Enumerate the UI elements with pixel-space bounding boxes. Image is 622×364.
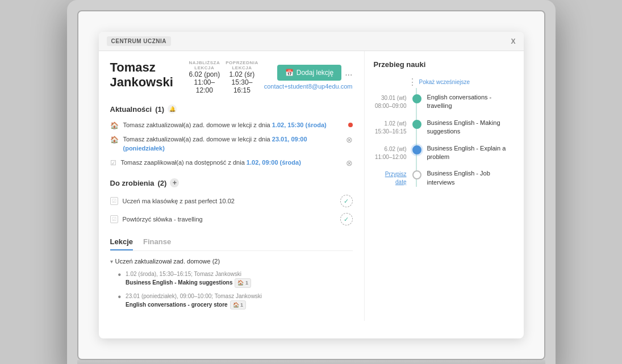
notif-text-2: Tomasz zaktualizował(a) zad. domowe w le… [123,135,341,153]
add-lesson-button[interactable]: 📅 Dodaj lekcję [277,65,341,81]
tab-finanse[interactable]: Finanse [143,237,171,250]
lock-badge-2: 🏠 1 [230,300,247,310]
todo-checkbox-2[interactable]: ☑ [110,215,118,223]
timeline-date-2: 1.02 (wt) 15:30–16:15 [374,119,407,136]
collapse-arrow[interactable]: ▾ [110,258,113,265]
aktualnosci-title: Aktualności [110,105,152,114]
student-email[interactable]: contact+student8@up4edu.com [264,83,353,90]
student-name: Tomasz Jankowski [110,60,189,90]
home-icon: 🏠 [110,122,119,129]
timeline-date-1: 30.01 (wt) 08:00–09:00 [374,93,407,110]
next-lesson-meta: NAJBLIŻSZALEKCJA 6.02 (pon) 11:00–12:00 [189,60,220,94]
poprzednia-date: 1.02 (śr) [226,70,258,78]
bullet-icon-1: • [118,270,122,279]
timeline-dot-2 [412,120,421,129]
todo-item-1: ☑ Uczeń ma klasówkę z past perfect 10.02… [110,192,353,210]
timeline-item-2: 1.02 (wt) 15:30–16:15 Business English -… [374,119,515,136]
add-todo-icon[interactable]: + [170,178,179,187]
timeline-content-2: Business English - Making suggestions [427,119,515,136]
notif-text-3: Tomasz zaaplikował(a) na dostępność z dn… [121,158,341,167]
timeline-item-1: 30.01 (wt) 08:00–09:00 English conversat… [374,93,515,111]
notif-red-dot [348,123,353,127]
lesson-name-1: Business English - Making suggestions [126,279,232,287]
notif-link-1[interactable]: 1.02, 15:30 (środa) [272,122,327,128]
timeline-title-3: Business English - Explain a problem [427,145,506,160]
dismiss-icon-1[interactable]: ⊗ [346,135,353,144]
more-options-button[interactable]: ... [345,68,352,78]
add-lesson-label: Dodaj lekcję [297,69,333,77]
home-icon-2: 🏠 [110,136,119,144]
lesson-entry-content-1: 1.02 (środa), 15:30–16:15; Tomasz Jankow… [126,270,251,288]
poprzednia-label: POPRZEDNIALEKCJA [226,60,258,70]
timeline-content-4: Business English - Job interviews [427,169,515,187]
notification-item: 🏠 Tomasz zaktualizował(a) zad. domowe w … [110,118,353,132]
timeline-content-1: English conversations - travelling [427,93,515,111]
close-button[interactable]: X [511,37,515,45]
poprzednia-time: 15:30–16:15 [226,78,258,94]
timeline-dot-3 [412,145,421,154]
notification-item: 🏠 Tomasz zaktualizował(a) zad. domowe w … [110,132,353,156]
todo-complete-2[interactable]: ✓ [340,213,353,225]
tab-lekcje[interactable]: Lekcje [110,237,133,250]
bullet-icon-2: • [118,292,122,302]
show-earlier-dots: ⋮ [408,77,417,87]
assign-date-link[interactable]: Przypisz datę [385,171,407,185]
aktualnosci-section-title: Aktualności (1) 🔔 [110,104,353,114]
timeline-dot-1 [412,94,421,103]
right-panel: Przebieg nauki ⋮ Pokaż wcześniejsze [365,51,524,321]
timeline-date-3: 6.02 (wt) 11:00–12:00 [374,144,407,161]
todo-section: Do zrobienia (2) + ☑ Uczeń ma klasówkę z… [110,178,353,228]
notification-item: ☑ Tomasz zaaplikował(a) na dostępność z … [110,156,353,170]
najblisza-date: 6.02 (pon) [189,70,220,78]
check-icon: ☑ [110,159,116,167]
najblisza-label: NAJBLIŻSZALEKCJA [189,60,220,70]
lessons-list: ▾ Uczeń zaktualizował zad. domowe (2) • … [110,258,353,312]
timeline-dot-4 [412,170,421,179]
lesson-name-2: English conversations - grocery store [126,301,228,309]
todo-text-1: Uczeń ma klasówkę z past perfect 10.02 [123,198,235,204]
timeline-item-3: 6.02 (wt) 11:00–12:00 Business English -… [374,144,515,162]
timeline-content-3: Business English - Explain a problem [427,144,515,162]
todo-checkbox-1[interactable]: ☑ [110,197,118,205]
najblisza-time: 11:00–12:00 [189,78,220,94]
todo-section-title: Do zrobienia (2) + [110,178,353,187]
lesson-date-2: 23.01 (poniedziałek), 09:00–10:00; Tomas… [126,292,262,300]
todo-title: Do zrobienia [110,179,155,187]
lessons-group-title: ▾ Uczeń zaktualizował zad. domowe (2) [110,258,353,265]
aktualnosci-list: 🏠 Tomasz zaktualizował(a) zad. domowe w … [110,118,353,170]
notif-text-1: Tomasz zaktualizował(a) zad. domowe w le… [123,121,344,129]
lesson-title-2: English conversations - grocery store 🏠 … [126,300,262,310]
notif-link-3[interactable]: 1.02, 09:00 (środa) [247,159,301,166]
title-bar: CENTRUM UCZNIA X [99,32,524,51]
aktualnosci-count: (1) [155,105,164,114]
lesson-date-1: 1.02 (środa), 15:30–16:15; Tomasz Jankow… [126,270,251,278]
lesson-entry-content-2: 23.01 (poniedziałek), 09:00–10:00; Tomas… [126,292,262,310]
todo-item-2: ☑ Powtórzyć słówka - travelling ✓ [110,210,353,228]
timeline-item-4: Przypisz datę Business English - Job int… [374,169,515,187]
todo-complete-1[interactable]: ✓ [340,195,353,207]
lesson-entry-1: • 1.02 (środa), 15:30–16:15; Tomasz Jank… [110,268,353,290]
todo-text-2: Powtórzyć słówka - travelling [123,216,203,223]
show-earlier-label[interactable]: Pokaż wcześniejsze [419,79,470,85]
header-buttons: 📅 Dodaj lekcję ... contact+student8@up4e… [264,65,353,90]
timeline-title-4: Business English - Job interviews [427,170,490,185]
lesson-entry-2: • 23.01 (poniedziałek), 09:00–10:00; Tom… [110,290,353,312]
timeline-title-2: Business English - Making suggestions [427,119,500,135]
header-actions: NAJBLIŻSZALEKCJA 6.02 (pon) 11:00–12:00 … [189,60,352,94]
show-earlier-button[interactable]: ⋮ Pokaż wcześniejsze [374,77,515,87]
przebieg-title: Przebieg nauki [374,60,515,69]
tabs-row: Lekcje Finanse [110,237,353,251]
calendar-icon: 📅 [285,69,294,77]
timeline: ⋮ Pokaż wcześniejsze 30.01 (wt) 08:00–09… [374,77,515,187]
lesson-title-1: Business English - Making suggestions 🏠 … [126,278,251,288]
prev-lesson-meta: POPRZEDNIALEKCJA 1.02 (śr) 15:30–16:15 [226,60,258,94]
title-bar-label: CENTRUM UCZNIA [107,36,172,46]
dismiss-icon-2[interactable]: ⊗ [346,158,353,168]
student-info: Tomasz Jankowski [110,60,189,90]
timeline-title-1: English conversations - travelling [427,94,492,109]
todo-count: (2) [158,179,167,187]
lessons-group-label: Uczeń zaktualizował zad. domowe (2) [115,258,220,265]
header-row: Tomasz Jankowski NAJBLIŻSZALEKCJA 6.02 (… [110,60,353,94]
timeline-date-4: Przypisz datę [374,169,407,186]
bell-icon: 🔔 [168,104,177,114]
